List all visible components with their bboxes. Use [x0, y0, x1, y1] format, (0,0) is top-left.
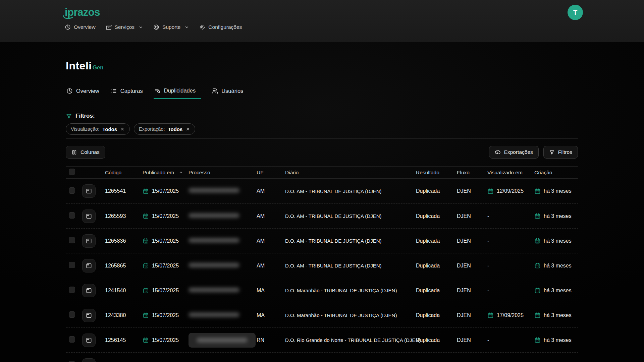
svg-text:12: 12: [536, 315, 539, 317]
tab-overview[interactable]: Overview: [66, 87, 100, 99]
calendar-icon: 12: [143, 312, 149, 318]
processo-cell: [185, 263, 254, 269]
open-record-button[interactable]: [82, 234, 96, 248]
codigo-cell: 1256145: [102, 337, 140, 343]
row-checkbox[interactable]: [69, 287, 75, 293]
filters-button-label: Filtros: [558, 149, 572, 155]
chip-label: Exportação:: [139, 126, 165, 132]
svg-text:12: 12: [145, 241, 147, 243]
row-checkbox[interactable]: [69, 212, 75, 219]
row-checkbox[interactable]: [69, 237, 75, 243]
diario-cell: D.O. Maranhão - TRIBUNAL DE JUSTIÇA (DJE…: [282, 288, 413, 293]
criacao-value: há 3 meses: [544, 238, 572, 244]
tab-label: Usuários: [221, 88, 243, 94]
exports-button[interactable]: Exportações: [489, 146, 539, 159]
processo-redacted: [189, 288, 239, 292]
uf-cell: AM: [254, 188, 282, 194]
criacao-calendar-icon: 12: [534, 213, 541, 219]
publicado-em-cell: 12 15/07/2025: [140, 337, 185, 343]
open-record-button[interactable]: [82, 259, 96, 273]
window-icon: [86, 262, 92, 269]
svg-text:12: 12: [536, 191, 539, 193]
svg-text:12: 12: [145, 290, 147, 293]
filter-chip-visualizacao[interactable]: Visualização: Todos: [66, 123, 130, 135]
open-record-button[interactable]: [82, 358, 96, 362]
processo-redacted: [189, 188, 239, 193]
diario-cell: D.O. Rio Grande do Norte - TRIBUNAL DE J…: [282, 337, 413, 343]
nav-item-servicos[interactable]: Serviços: [106, 24, 143, 30]
table-body: 1265541 12 15/07/2025 AM D.O. AM - TRIBU…: [66, 179, 578, 362]
publicado-em-header[interactable]: Publicado em: [140, 170, 185, 176]
archive-icon: [106, 24, 112, 30]
svg-text:12: 12: [145, 216, 147, 218]
criacao-cell: 12 há 3 meses: [531, 188, 578, 194]
table-row: 1265541 12 15/07/2025 AM D.O. AM - TRIBU…: [66, 179, 578, 203]
filters-heading: Filtros:: [66, 113, 578, 119]
page: iprazos T Overview Serviços Suporte: [0, 0, 644, 362]
header-label: Criação: [534, 170, 552, 176]
row-checkbox[interactable]: [69, 187, 75, 194]
close-icon[interactable]: [120, 127, 125, 131]
visualizado-em-header: Visualizado em: [484, 170, 531, 176]
processo-redacted: [197, 338, 248, 343]
exports-button-label: Exportações: [504, 149, 533, 155]
open-record-button[interactable]: [82, 334, 96, 347]
open-record-button[interactable]: [82, 184, 96, 198]
filters-button[interactable]: Filtros: [543, 146, 578, 159]
publicado-em-value: 15/07/2025: [152, 288, 179, 294]
tab-usuarios[interactable]: Usuários: [211, 87, 244, 99]
criacao-cell: 12 há 3 meses: [531, 312, 578, 318]
codigo-cell: 1265836: [102, 238, 140, 244]
tab-capturas[interactable]: Capturas: [110, 87, 144, 99]
header-label: Publicado em: [143, 170, 174, 176]
fluxo-cell: DJEN: [454, 337, 484, 343]
close-icon[interactable]: [185, 127, 190, 131]
visualizado-em-value: -: [487, 238, 489, 244]
funnel-icon: [66, 113, 72, 119]
svg-text:12: 12: [536, 216, 539, 218]
filter-chip-exportacao[interactable]: Exportação: Todos: [134, 123, 195, 135]
columns-button[interactable]: Colunas: [66, 146, 105, 159]
product-logo-name: Inteli: [66, 60, 92, 72]
fluxo-cell: DJEN: [454, 188, 484, 194]
app-logo[interactable]: iprazos: [65, 6, 100, 18]
codigo-cell: 1265593: [102, 213, 140, 219]
publicado-em-value: 15/07/2025: [152, 263, 179, 269]
nav-item-configuracoes[interactable]: Configurações: [199, 24, 242, 30]
table-row: 1243380 12 15/07/2025 MA D.O. Maranhão -…: [66, 303, 578, 327]
select-all-checkbox[interactable]: [69, 169, 75, 175]
tab-label: Capturas: [120, 88, 143, 94]
chevron-down-icon: [139, 25, 143, 29]
visualizado-em-cell: -: [484, 337, 531, 343]
criacao-value: há 3 meses: [544, 213, 572, 219]
criacao-cell: 12 há 3 meses: [531, 337, 578, 343]
diario-cell: D.O. Maranhão - TRIBUNAL DE JUSTIÇA (DJE…: [282, 312, 413, 318]
criacao-header[interactable]: Criação: [531, 170, 578, 176]
row-checkbox[interactable]: [69, 311, 75, 318]
uf-cell: MA: [254, 312, 282, 318]
chip-value: Todos: [168, 126, 182, 132]
chip-value: Todos: [102, 126, 117, 132]
svg-text:12: 12: [489, 315, 492, 317]
open-record-button[interactable]: [82, 284, 96, 297]
row-checkbox[interactable]: [69, 336, 75, 343]
nav-item-overview[interactable]: Overview: [65, 24, 96, 30]
visualizado-em-cell: -: [484, 288, 531, 294]
tab-duplicidades[interactable]: Duplicidades: [154, 87, 201, 99]
row-checkbox[interactable]: [69, 262, 75, 268]
filters-heading-label: Filtros:: [75, 113, 95, 119]
open-record-button[interactable]: [82, 309, 96, 322]
resultado-header: Resultado: [413, 170, 454, 176]
funnel-icon: [549, 149, 555, 155]
criacao-cell: 12 há 3 meses: [531, 287, 578, 294]
svg-text:12: 12: [536, 241, 539, 243]
publicado-em-cell: 12 15/07/2025: [140, 188, 185, 194]
nav-item-suporte[interactable]: Suporte: [153, 24, 189, 30]
lifebuoy-icon: [153, 24, 159, 30]
user-avatar[interactable]: T: [568, 5, 583, 20]
nav-label: Suporte: [162, 24, 180, 30]
resultado-cell: Duplicada: [413, 238, 454, 244]
fluxo-cell: DJEN: [454, 213, 484, 219]
publicado-em-value: 15/07/2025: [152, 312, 179, 318]
open-record-button[interactable]: [82, 209, 96, 223]
